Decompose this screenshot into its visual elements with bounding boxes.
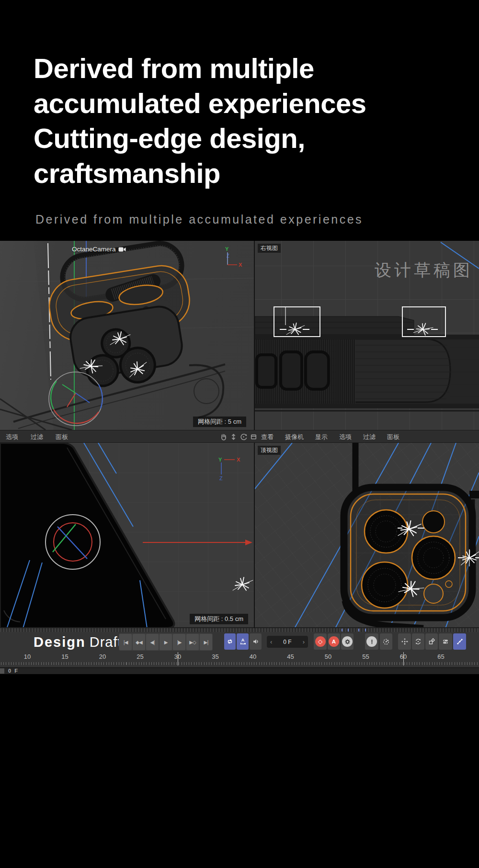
frame-decrement[interactable]: ‹ <box>270 638 272 645</box>
key-tick <box>365 629 366 631</box>
menu-item[interactable]: 显示 <box>315 433 328 441</box>
viewport-phone-top[interactable]: Y X Z 网格间距 : 0.5 cm <box>0 443 254 628</box>
page-title: Derived from multiple accumulated experi… <box>34 51 479 191</box>
title-line-4: craftsmanship <box>34 156 479 191</box>
sound-button[interactable] <box>250 633 262 650</box>
autokey-scope-button[interactable]: A <box>237 633 249 650</box>
frame-marker <box>403 652 404 665</box>
viewport-perspective[interactable]: OctaneCamera Y Z X 网格间距 : 5 cm <box>0 241 254 430</box>
record-diamond-icon: ◇ <box>315 636 326 647</box>
key-tick <box>348 629 349 631</box>
menu-item[interactable]: 过滤 <box>363 433 376 441</box>
ruler-number: 50 <box>325 653 331 660</box>
ruler-number: 65 <box>437 653 444 660</box>
ruler-number: 25 <box>137 653 143 660</box>
autokeying-button[interactable]: A <box>328 633 340 650</box>
menubar-right: 查看摄像机显示选项过滤面板 <box>261 430 399 443</box>
timeline-toolbar: DesignDraft |◀◆◀◀|▶|▶▶◇▶| A <box>0 632 479 653</box>
position-toggle[interactable] <box>398 633 411 650</box>
ruler-number: 20 <box>99 653 106 660</box>
axis-z-label: Z <box>219 475 223 481</box>
animation-timeline: DesignDraft |◀◆◀◀|▶|▶▶◇▶| A <box>0 628 479 674</box>
viewport-menubar: 选项过滤面板 查看摄像机显示选项过滤面板 <box>0 430 479 443</box>
timeline-key-strip[interactable] <box>0 628 479 632</box>
camera-closeup-drawing <box>255 443 479 628</box>
axis-y-label: Y <box>225 246 229 252</box>
gauge-icon <box>382 638 390 645</box>
phone-top-drawing <box>0 443 254 628</box>
menu-item[interactable]: 选项 <box>339 433 352 441</box>
timeline-slider-bar[interactable]: 0 F <box>0 667 479 674</box>
transport-controls: |◀◆◀◀|▶|▶▶◇▶| <box>119 633 213 651</box>
title-line-3: Cutting-edge design, <box>34 121 479 156</box>
design-draft-title: DesignDraft <box>34 634 122 650</box>
menu-item[interactable]: 面板 <box>56 433 68 441</box>
key-tick <box>342 629 342 631</box>
axis-z-label: Z <box>227 253 229 259</box>
ruler-ticks <box>1 662 479 665</box>
menu-item[interactable]: 面板 <box>387 433 399 441</box>
phone-silhouette <box>0 443 174 628</box>
slider-handle[interactable] <box>0 668 4 674</box>
gear-icon <box>342 636 353 647</box>
title-line-2: accumulated experiences <box>34 86 479 121</box>
ruler-number: 40 <box>250 653 256 660</box>
viewport-right-view[interactable]: 右视图 设计草稿图 <box>255 241 479 430</box>
watermark-text: 设计草稿图 <box>375 259 473 282</box>
previous-frame-button[interactable]: ◀| <box>146 634 159 650</box>
menu-item[interactable]: 摄像机 <box>285 433 304 441</box>
go-to-start-button[interactable]: |◀ <box>119 634 132 650</box>
scale-icon <box>428 638 435 645</box>
menu-item[interactable]: 选项 <box>6 433 18 441</box>
axis-gizmo: Y X Z <box>217 455 243 484</box>
rotation-toggle[interactable] <box>412 633 424 650</box>
axis-x-label: X <box>239 262 242 268</box>
viewport-label[interactable]: 顶视图 <box>258 446 281 455</box>
scale-toggle[interactable] <box>425 633 438 650</box>
internal-components <box>257 352 329 389</box>
hero-section: Derived from multiple accumulated experi… <box>0 0 479 226</box>
keyframe-selection-button[interactable] <box>365 633 378 650</box>
ruler-number: 45 <box>287 653 294 660</box>
pla-toggle[interactable] <box>453 633 466 650</box>
perspective-wireframe-drawing <box>0 241 254 430</box>
keying-settings-button[interactable] <box>341 633 354 650</box>
axis-gizmo: Y Z X <box>222 246 243 272</box>
axis-y-label: Y <box>218 457 222 462</box>
menu-item[interactable]: 过滤 <box>31 433 43 441</box>
position-icon <box>401 638 409 645</box>
rotate-view-icon[interactable] <box>240 433 248 441</box>
loop-playback-button[interactable] <box>224 633 236 650</box>
loop-icon <box>226 638 234 645</box>
title-line-1: Derived from multiple <box>34 51 479 86</box>
viewport-label[interactable]: 右视图 <box>258 244 281 253</box>
gauge-button[interactable] <box>380 633 392 650</box>
autokey-a-icon: A <box>329 636 339 647</box>
frame-marker <box>178 652 178 665</box>
rotation-icon <box>414 638 422 645</box>
ruler-number: 35 <box>212 653 218 660</box>
record-keyframe-button[interactable]: ◇ <box>314 633 327 650</box>
subtitle: Derived from multiple accumulated experi… <box>35 213 479 226</box>
frame-increment[interactable]: › <box>303 638 305 645</box>
next-frame-button[interactable]: |▶ <box>173 634 185 650</box>
play-button[interactable]: ▶ <box>160 634 172 650</box>
current-frame-field[interactable]: ‹ 0 F › <box>267 636 308 648</box>
axis-x-label: X <box>237 457 240 462</box>
ruler-number: 15 <box>61 653 68 660</box>
key-tick <box>358 629 359 631</box>
dolly-zoom-icon[interactable] <box>229 433 238 441</box>
go-to-end-button[interactable]: ▶| <box>200 634 212 650</box>
a-key-icon: A <box>239 638 247 645</box>
next-key-button[interactable]: ▶◇ <box>186 634 199 650</box>
parameter-toggle[interactable] <box>439 633 452 650</box>
menu-item[interactable]: 查看 <box>261 433 274 441</box>
viewport-camera-top[interactable]: 顶视图 <box>255 443 479 628</box>
previous-key-button[interactable]: ◆◀ <box>133 634 145 650</box>
grid-spacing-badge: 网格间距 : 0.5 cm <box>190 614 248 624</box>
frame-value: 0 F <box>283 639 291 645</box>
camera-object-label[interactable]: OctaneCamera <box>72 246 126 253</box>
frame-ruler[interactable]: 101520253035404550556065 <box>0 652 479 666</box>
toggle-view-icon[interactable] <box>250 433 258 441</box>
pan-hand-icon[interactable] <box>219 433 228 441</box>
